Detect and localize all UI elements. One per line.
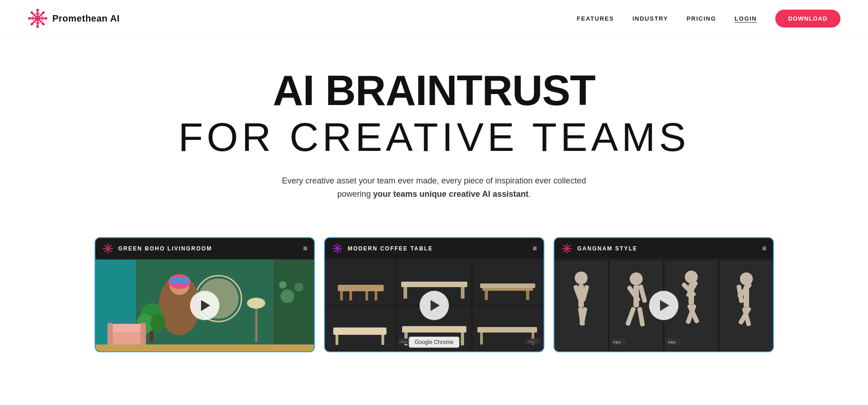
play-triangle-1: [201, 300, 210, 311]
card-header-left-3: GANGNAM STYLE: [561, 243, 638, 255]
card-menu-icon-1[interactable]: ≡: [303, 244, 307, 253]
svg-point-10: [42, 11, 45, 14]
svg-rect-53: [338, 285, 384, 291]
hero-subtitle-p1: Every creative asset your team ever made…: [282, 176, 586, 185]
tooltip-chrome: Google Chrome: [409, 337, 459, 348]
svg-point-43: [280, 289, 294, 303]
svg-rect-64: [482, 288, 533, 291]
nav-features[interactable]: FEATURES: [577, 15, 614, 22]
svg-point-5: [36, 25, 39, 28]
svg-point-21: [106, 248, 109, 250]
card-header-1: GREEN BOHO LIVINGROOM ≡: [95, 238, 314, 260]
svg-rect-74: [461, 333, 464, 345]
svg-rect-55: [349, 291, 352, 300]
svg-rect-41: [255, 305, 258, 342]
svg-point-50: [336, 248, 338, 250]
svg-point-4: [36, 9, 39, 11]
svg-rect-54: [340, 291, 343, 300]
svg-point-12: [36, 17, 39, 20]
svg-rect-76: [477, 327, 537, 333]
svg-rect-25: [274, 260, 314, 351]
svg-rect-59: [401, 282, 467, 287]
logo-icon: [28, 8, 48, 28]
logo-text: Promethean AI: [52, 13, 120, 24]
svg-rect-56: [375, 291, 377, 300]
svg-point-97: [630, 272, 643, 285]
card-title-3: GANGNAM STYLE: [577, 245, 638, 252]
hero-section: AI BRAINTRUST FOR CREATIVE TEAMS Every c…: [0, 37, 868, 219]
svg-rect-62: [473, 261, 543, 305]
svg-text:FBX: FBX: [401, 340, 407, 344]
play-button-1[interactable]: [190, 291, 219, 320]
svg-rect-38: [107, 323, 113, 346]
card-gangnam: GANGNAM STYLE ≡: [554, 237, 774, 352]
svg-point-35: [151, 314, 165, 332]
svg-rect-68: [333, 327, 386, 335]
card-menu-icon-2[interactable]: ≡: [532, 244, 537, 253]
hero-subtitle-p2: powering: [337, 189, 373, 199]
card-menu-icon-3[interactable]: ≡: [762, 244, 766, 253]
hero-subtitle-end: .: [528, 189, 531, 199]
cards-row: GREEN BOHO LIVINGROOM ≡: [0, 219, 868, 352]
svg-rect-72: [402, 326, 466, 333]
svg-point-45: [279, 281, 286, 288]
svg-rect-60: [403, 287, 407, 299]
svg-text:FBX: FBX: [613, 340, 621, 344]
svg-rect-69: [336, 335, 338, 345]
play-button-3[interactable]: [649, 291, 678, 320]
card-title-2: MODERN COFFEE TABLE: [348, 245, 433, 252]
svg-text:FBX: FBX: [668, 340, 676, 344]
svg-rect-63: [480, 283, 535, 288]
play-triangle-3: [660, 300, 669, 311]
svg-rect-66: [526, 291, 529, 300]
svg-point-42: [247, 298, 265, 309]
svg-point-115: [740, 272, 753, 285]
card-logo-icon-3: [561, 243, 573, 255]
card-header-3: GANGNAM STYLE ≡: [554, 238, 773, 260]
hero-title-light: FOR CREATIVE TEAMS: [18, 115, 850, 160]
nav-login[interactable]: LOGIN: [734, 15, 757, 22]
svg-rect-61: [461, 287, 465, 299]
svg-point-44: [294, 283, 303, 292]
card-title-1: GREEN BOHO LIVINGROOM: [118, 245, 213, 252]
card-header-left-1: GREEN BOHO LIVINGROOM: [102, 243, 213, 255]
card-content-3: FBX FBX: [554, 260, 773, 351]
svg-point-8: [31, 11, 33, 14]
card-content-2: FBX FBX Google Chrome: [325, 260, 543, 351]
hero-subtitle: Every creative asset your team ever made…: [18, 174, 850, 201]
svg-rect-77: [480, 333, 483, 344]
svg-rect-65: [485, 291, 488, 300]
svg-rect-39: [140, 323, 146, 346]
svg-point-90: [575, 272, 588, 284]
card-content-1: [95, 260, 314, 351]
card-header-2: MODERN COFFEE TABLE ≡: [325, 238, 543, 260]
card-header-left-2: MODERN COFFEE TABLE: [331, 243, 433, 255]
card-coffee-table: MODERN COFFEE TABLE ≡: [324, 237, 544, 352]
svg-rect-40: [95, 344, 314, 351]
hero-subtitle-bold: your teams unique creative AI assistant: [373, 189, 528, 199]
navbar: Promethean AI FEATURES INDUSTRY PRICING …: [0, 0, 868, 37]
svg-rect-37: [107, 324, 146, 332]
play-triangle-2: [431, 300, 440, 311]
svg-rect-70: [381, 335, 384, 345]
nav-links: FEATURES INDUSTRY PRICING LOGIN DOWNLOAD: [577, 10, 840, 28]
card-livingroom: GREEN BOHO LIVINGROOM ≡: [95, 237, 315, 352]
svg-rect-57: [365, 291, 368, 300]
svg-text:FBX: FBX: [528, 340, 535, 344]
svg-rect-31: [170, 278, 189, 283]
download-button[interactable]: DOWNLOAD: [775, 10, 840, 28]
card-logo-icon-1: [102, 243, 114, 255]
logo-link[interactable]: Promethean AI: [28, 8, 120, 28]
svg-point-87: [566, 248, 568, 250]
hero-title-bold: AI BRAINTRUST: [18, 69, 850, 111]
svg-point-6: [28, 17, 31, 20]
play-button-2[interactable]: [420, 291, 449, 320]
svg-point-11: [31, 23, 33, 25]
card-logo-icon-2: [331, 243, 343, 255]
nav-industry[interactable]: INDUSTRY: [633, 15, 668, 22]
svg-point-9: [42, 23, 45, 25]
svg-rect-52: [325, 261, 396, 305]
svg-point-7: [45, 17, 47, 20]
nav-pricing[interactable]: PRICING: [687, 15, 717, 22]
